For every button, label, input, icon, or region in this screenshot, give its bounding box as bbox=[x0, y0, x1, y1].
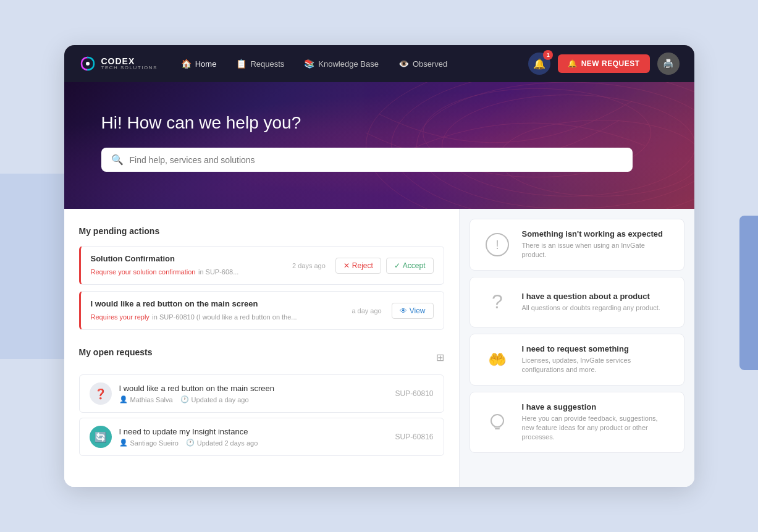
svg-text:🤲: 🤲 bbox=[488, 350, 507, 368]
knowledge-icon: 📚 bbox=[304, 59, 314, 69]
request-avatar-1: 🔄 bbox=[90, 426, 112, 448]
request-id-0: SUP-60810 bbox=[395, 389, 433, 398]
action-info-0: Solution Confirmation Requrse your solut… bbox=[91, 254, 282, 277]
accept-button-0[interactable]: ✓ Accept bbox=[386, 258, 434, 274]
action-desc-rest-0: in SUP-608... bbox=[198, 268, 238, 276]
action-desc-link-0: Requrse your solution confirmation bbox=[91, 268, 196, 276]
logo-text: CODEX TECH SOLUTIONS bbox=[101, 57, 158, 70]
service-card-request[interactable]: 🤲 I need to request something Licenses, … bbox=[470, 334, 684, 386]
action-desc-1: Requires your reply in SUP-60810 (I woul… bbox=[91, 311, 342, 322]
logo-icon bbox=[79, 55, 96, 72]
request-icon-0: ❓ bbox=[95, 388, 107, 400]
left-panel: My pending actions Solution Confirmation… bbox=[64, 209, 460, 487]
service-icon-question: ? bbox=[482, 287, 512, 317]
request-meta-1: 👤 Santiago Sueiro 🕐 Updated 2 days ago bbox=[119, 439, 388, 447]
request-id-1: SUP-60816 bbox=[395, 433, 433, 441]
nav-item-knowledge[interactable]: 📚 Knowledge Base bbox=[295, 55, 387, 72]
action-buttons-1: 👁 View bbox=[392, 303, 434, 319]
request-updated-0: Updated a day ago bbox=[192, 396, 249, 403]
service-card-not-working[interactable]: ! Something isn't working as expected Th… bbox=[470, 219, 684, 271]
nav-label-knowledge: Knowledge Base bbox=[318, 59, 379, 69]
notification-button[interactable]: 🔔 1 bbox=[528, 53, 550, 75]
request-author-1: Santiago Sueiro bbox=[130, 439, 179, 447]
requests-icon: 📋 bbox=[236, 59, 246, 69]
request-info-1: I need to update my Insight instance 👤 S… bbox=[119, 427, 388, 447]
action-time-1: a day ago bbox=[352, 307, 381, 315]
svg-text:!: ! bbox=[495, 238, 499, 251]
service-desc-suggestion: Here you can provide feedback, suggestio… bbox=[522, 414, 672, 442]
request-updated-1: Updated 2 days ago bbox=[197, 439, 258, 447]
page-wrapper: CODEX TECH SOLUTIONS 🏠 Home 📋 Requests 📚… bbox=[0, 0, 758, 532]
request-info-0: I would like a red button on the main sc… bbox=[119, 384, 388, 403]
service-card-suggestion[interactable]: I have a suggestion Here you can provide… bbox=[470, 392, 684, 453]
open-requests-section: My open requests ⊞ ❓ I would like a red … bbox=[79, 347, 444, 456]
hero-title: Hi! How can we help you? bbox=[101, 113, 657, 133]
action-card-1: I would like a red button on the main sc… bbox=[79, 291, 444, 330]
action-info-1: I would like a red button on the main sc… bbox=[91, 299, 342, 322]
action-card-0: Solution Confirmation Requrse your solut… bbox=[79, 246, 444, 285]
service-desc-question: All questions or doubts regarding any pr… bbox=[522, 303, 672, 313]
nav-label-home: Home bbox=[195, 59, 217, 69]
request-updated-icon-0: 🕐 Updated a day ago bbox=[180, 395, 249, 403]
home-icon: 🏠 bbox=[181, 59, 192, 69]
request-title-1: I need to update my Insight instance bbox=[119, 427, 388, 436]
request-item-0: ❓ I would like a red button on the main … bbox=[79, 374, 444, 413]
service-icon-request: 🤲 bbox=[482, 345, 512, 374]
service-desc-not-working: There is an issue when using an InvGate … bbox=[522, 241, 672, 260]
action-buttons-0: ✕ Reject ✓ Accept bbox=[335, 258, 434, 274]
grid-view-icon[interactable]: ⊞ bbox=[436, 352, 444, 363]
request-icon-1: 🔄 bbox=[95, 431, 107, 443]
hero-section: Hi! How can we help you? 🔍 bbox=[64, 82, 694, 209]
service-title-suggestion: I have a suggestion bbox=[522, 402, 672, 412]
open-requests-header: My open requests ⊞ bbox=[79, 347, 444, 367]
service-desc-request: Licenses, updates, InvGate services conf… bbox=[522, 356, 672, 375]
service-title-not-working: Something isn't working as expected bbox=[522, 229, 672, 239]
reject-button-0[interactable]: ✕ Reject bbox=[335, 258, 381, 274]
service-info-suggestion: I have a suggestion Here you can provide… bbox=[522, 402, 672, 442]
service-icon-not-working: ! bbox=[482, 230, 512, 260]
svg-point-11 bbox=[491, 415, 503, 427]
new-request-label: NEW REQUEST bbox=[581, 59, 640, 68]
reject-label-0: Reject bbox=[352, 261, 373, 270]
request-title-0: I would like a red button on the main sc… bbox=[119, 384, 388, 393]
action-desc-link-1: Requires your reply bbox=[91, 313, 149, 321]
user-icon: 🖨️ bbox=[663, 59, 673, 69]
request-author-0: Mathias Salva bbox=[130, 396, 173, 403]
view-label-1: View bbox=[410, 306, 426, 315]
nav-item-observed[interactable]: 👁️ Observed bbox=[390, 55, 456, 72]
search-icon: 🔍 bbox=[111, 154, 124, 166]
main-container: CODEX TECH SOLUTIONS 🏠 Home 📋 Requests 📚… bbox=[64, 45, 694, 487]
service-card-question[interactable]: ? I have a question about a product All … bbox=[470, 277, 684, 327]
hero-content: Hi! How can we help you? 🔍 bbox=[101, 113, 657, 172]
svg-text:?: ? bbox=[492, 290, 503, 313]
action-desc-0: Requrse your solution confirmation in SU… bbox=[91, 266, 282, 277]
bell-icon: 🔔 bbox=[533, 58, 545, 70]
service-title-request: I need to request something bbox=[522, 344, 672, 353]
search-input[interactable] bbox=[130, 155, 623, 165]
request-author-icon-0: 👤 Mathias Salva bbox=[119, 395, 173, 403]
view-button-1[interactable]: 👁 View bbox=[392, 303, 434, 319]
request-updated-icon-1: 🕐 Updated 2 days ago bbox=[186, 439, 258, 447]
service-icon-suggestion bbox=[482, 407, 512, 437]
right-panel: ! Something isn't working as expected Th… bbox=[460, 209, 694, 487]
notification-badge: 1 bbox=[543, 50, 553, 60]
service-info-request: I need to request something Licenses, up… bbox=[522, 344, 672, 375]
user-avatar-button[interactable]: 🖨️ bbox=[657, 53, 680, 75]
service-info-question: I have a question about a product All qu… bbox=[522, 292, 672, 313]
nav-item-requests[interactable]: 📋 Requests bbox=[227, 55, 293, 72]
new-request-button[interactable]: 🔔 NEW REQUEST bbox=[558, 54, 649, 73]
logo-codex: CODEX bbox=[101, 57, 158, 65]
action-title-0: Solution Confirmation bbox=[91, 254, 282, 263]
service-title-question: I have a question about a product bbox=[522, 292, 672, 301]
observed-icon: 👁️ bbox=[398, 59, 409, 69]
request-item-1: 🔄 I need to update my Insight instance 👤… bbox=[79, 418, 444, 456]
nav-label-observed: Observed bbox=[413, 59, 447, 69]
pending-actions-section: My pending actions Solution Confirmation… bbox=[79, 226, 444, 330]
nav-item-home[interactable]: 🏠 Home bbox=[172, 55, 225, 72]
reject-icon-0: ✕ bbox=[343, 261, 350, 270]
action-title-1: I would like a red button on the main sc… bbox=[91, 299, 342, 308]
request-meta-0: 👤 Mathias Salva 🕐 Updated a day ago bbox=[119, 395, 388, 403]
pending-actions-title: My pending actions bbox=[79, 226, 444, 236]
bg-accent-left bbox=[0, 174, 74, 359]
content-area: My pending actions Solution Confirmation… bbox=[64, 209, 694, 487]
